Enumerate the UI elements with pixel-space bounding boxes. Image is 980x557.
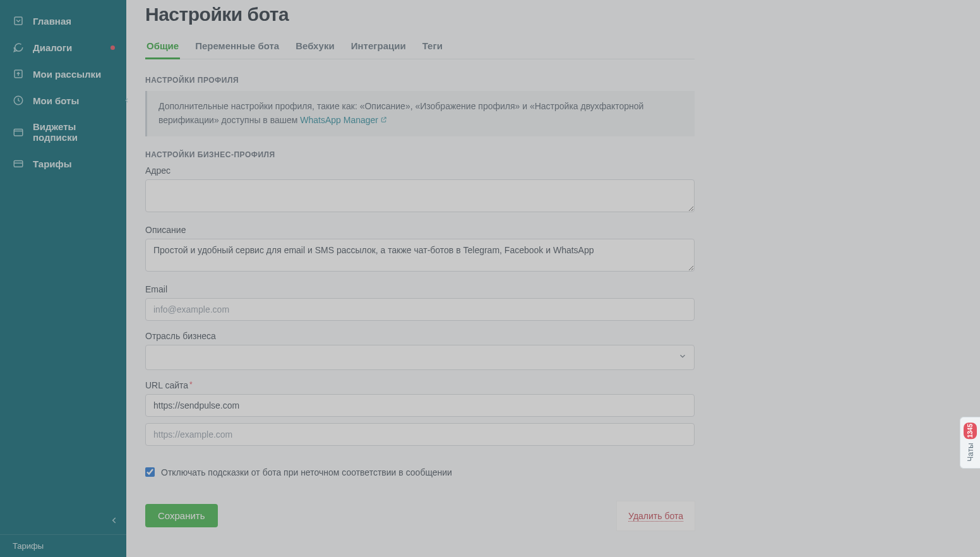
sidebar-item-home[interactable]: Главная xyxy=(0,8,126,34)
url-input-1[interactable] xyxy=(145,394,695,417)
tab-general[interactable]: Общие xyxy=(145,37,180,59)
sidebar-collapse-row xyxy=(0,509,126,534)
industry-label: Отрасль бизнеса xyxy=(145,331,695,341)
url-label: URL сайта* xyxy=(145,380,695,390)
sidebar-item-label: Мои боты xyxy=(33,95,79,106)
chevron-left-icon xyxy=(124,96,129,105)
sidebar-item-label: Главная xyxy=(33,16,71,27)
svg-rect-4 xyxy=(14,161,23,167)
sidebar-item-campaigns[interactable]: Мои рассылки xyxy=(0,61,126,87)
sidebar-item-dialogs[interactable]: Диалоги xyxy=(0,34,126,61)
email-input[interactable] xyxy=(145,298,695,321)
address-label: Адрес xyxy=(145,165,695,176)
delete-card: Удалить бота xyxy=(617,501,695,530)
sidebar-item-label: Мои рассылки xyxy=(33,69,101,80)
external-link-icon xyxy=(380,114,387,128)
tab-integrations[interactable]: Интеграции xyxy=(350,37,407,59)
url-input-2[interactable] xyxy=(145,423,695,446)
card-icon xyxy=(13,158,24,169)
suggestions-checkbox-row: Отключать подсказки от бота при неточном… xyxy=(145,456,695,482)
widget-icon xyxy=(13,126,24,138)
tab-tags[interactable]: Теги xyxy=(421,37,444,59)
content: Настройки бота Общие Переменные бота Веб… xyxy=(126,0,714,549)
address-group: Адрес xyxy=(145,165,695,215)
tab-variables[interactable]: Переменные бота xyxy=(194,37,280,59)
sidebar-footer-link[interactable]: Тарифы xyxy=(0,534,126,557)
description-input[interactable] xyxy=(145,239,695,272)
whatsapp-manager-link[interactable]: WhatsApp Manager xyxy=(300,115,387,125)
url-group: URL сайта* xyxy=(145,380,695,446)
chat-icon xyxy=(13,42,24,53)
svg-rect-0 xyxy=(15,17,22,25)
chat-widget[interactable]: 1345 Чаты xyxy=(960,417,980,469)
sidebar-nav: Главная Диалоги Мои рассылки Мои боты xyxy=(0,0,126,509)
profile-info-box: Дополнительные настройки профиля, такие … xyxy=(145,91,695,136)
sidebar-item-label: Диалоги xyxy=(33,42,72,53)
profile-info-text: Дополнительные настройки профиля, такие … xyxy=(158,101,643,125)
sidebar-collapse-button[interactable] xyxy=(107,513,121,530)
description-label: Описание xyxy=(145,225,695,235)
sidebar: Главная Диалоги Мои рассылки Мои боты xyxy=(0,0,126,557)
industry-group: Отрасль бизнеса xyxy=(145,331,695,370)
profile-section-heading: НАСТРОЙКИ ПРОФИЛЯ xyxy=(145,76,695,85)
main: Настройки бота Общие Переменные бота Веб… xyxy=(126,0,980,557)
suggestions-checkbox[interactable] xyxy=(145,467,155,477)
industry-select[interactable] xyxy=(145,345,695,370)
suggestions-checkbox-label[interactable]: Отключать подсказки от бота при неточном… xyxy=(161,467,452,477)
sidebar-item-bots[interactable]: Мои боты xyxy=(0,87,126,114)
business-section-heading: НАСТРОЙКИ БИЗНЕС-ПРОФИЛЯ xyxy=(145,150,695,159)
sidebar-item-label: Тарифы xyxy=(33,159,71,169)
tab-webhooks[interactable]: Вебхуки xyxy=(294,37,335,59)
save-button[interactable]: Сохранить xyxy=(145,504,218,527)
sidebar-item-pricing[interactable]: Тарифы xyxy=(0,150,126,177)
email-group: Email xyxy=(145,284,695,321)
upload-icon xyxy=(13,68,24,80)
bot-icon xyxy=(13,95,24,106)
sidebar-item-label: Виджеты подписки xyxy=(33,121,114,143)
page-title: Настройки бота xyxy=(145,4,695,25)
email-label: Email xyxy=(145,284,695,294)
tabs: Общие Переменные бота Вебхуки Интеграции… xyxy=(145,37,695,59)
required-star: * xyxy=(189,380,193,389)
address-input[interactable] xyxy=(145,179,695,212)
home-icon xyxy=(13,15,24,27)
sidebar-item-widgets[interactable]: Виджеты подписки xyxy=(0,114,126,150)
chat-widget-label: Чаты xyxy=(966,443,975,462)
footer-actions: Сохранить Удалить бота xyxy=(145,501,695,530)
description-group: Описание xyxy=(145,225,695,274)
notification-dot xyxy=(111,45,115,50)
chat-count-badge: 1345 xyxy=(964,422,977,439)
svg-rect-3 xyxy=(14,129,23,136)
delete-bot-link[interactable]: Удалить бота xyxy=(628,511,683,522)
